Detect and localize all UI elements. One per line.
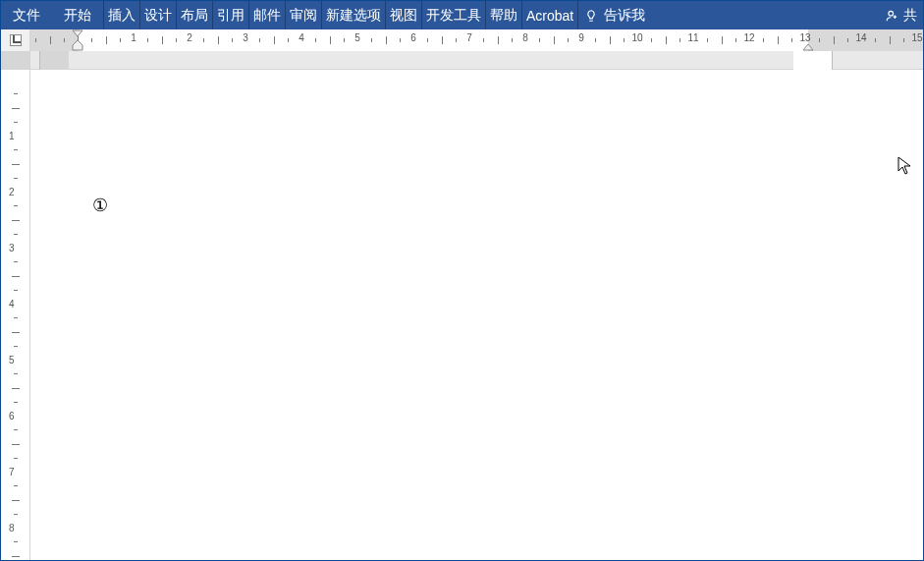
tab-acrobat[interactable]: Acrobat <box>522 1 578 29</box>
tab-start[interactable]: 开始 <box>52 1 104 29</box>
header-gap-corner <box>1 51 30 69</box>
lightbulb-icon <box>584 9 598 23</box>
tell-me-box[interactable]: 告诉我 <box>578 7 651 25</box>
tab-file[interactable]: 文件 <box>1 1 52 29</box>
tab-view[interactable]: 视图 <box>386 1 422 29</box>
vruler-number: 3 <box>9 243 15 253</box>
ruler-number: 2 <box>187 32 192 43</box>
tab-mailings[interactable]: 邮件 <box>249 1 286 29</box>
tell-me-label: 告诉我 <box>604 7 645 25</box>
tab-review[interactable]: 审阅 <box>286 1 322 29</box>
ruler-ticks: 123456789101112131415 <box>30 29 923 51</box>
share-label: 共 <box>903 7 917 25</box>
ruler-number: 14 <box>855 32 866 43</box>
vruler-number: 1 <box>9 131 15 141</box>
page-corner-top-right <box>793 51 833 70</box>
svg-marker-3 <box>803 44 813 50</box>
page-corner-top-left <box>39 51 69 70</box>
ruler-number: 13 <box>799 32 810 43</box>
tab-design[interactable]: 设计 <box>140 1 177 29</box>
horizontal-ruler-row: 123456789101112131415 <box>1 29 923 51</box>
ruler-number: 11 <box>687 32 698 43</box>
vruler-number: 6 <box>9 411 15 421</box>
ruler-number: 9 <box>578 32 584 43</box>
tab-help[interactable]: 帮助 <box>486 1 522 29</box>
tab-stop-icon <box>10 34 22 46</box>
first-line-indent-marker[interactable] <box>72 29 83 37</box>
vruler-number: 5 <box>9 355 15 365</box>
ruler-number: 5 <box>354 32 360 43</box>
ribbon-tabs: 文件 开始 插入 设计 布局 引用 邮件 审阅 新建选项 视图 开发工具 帮助 … <box>1 1 923 29</box>
right-indent-marker[interactable] <box>802 43 814 51</box>
ruler-number: 4 <box>299 32 304 43</box>
ruler-number: 3 <box>243 32 248 43</box>
vruler-number: 4 <box>9 299 15 309</box>
document-text[interactable]: ① <box>92 195 108 216</box>
tab-layout[interactable]: 布局 <box>177 1 213 29</box>
ruler-number: 7 <box>466 32 472 43</box>
app-window: 文件 开始 插入 设计 布局 引用 邮件 审阅 新建选项 视图 开发工具 帮助 … <box>0 0 924 561</box>
svg-point-0 <box>889 11 894 16</box>
tab-selector[interactable] <box>1 29 30 51</box>
ruler-number: 10 <box>631 32 642 43</box>
vertical-ruler[interactable]: 12345678 <box>1 70 30 560</box>
left-indent-marker[interactable] <box>72 39 83 51</box>
header-gap-area <box>30 51 923 69</box>
tab-new-option[interactable]: 新建选项 <box>322 1 386 29</box>
body-row: 12345678 ① <box>1 70 923 560</box>
share-button[interactable]: 共 <box>880 7 923 25</box>
horizontal-ruler[interactable]: 123456789101112131415 <box>30 29 923 51</box>
ruler-number: 12 <box>743 32 754 43</box>
ruler-number: 6 <box>410 32 416 43</box>
cursor-icon <box>897 156 913 176</box>
vruler-number: 7 <box>9 467 15 477</box>
page[interactable]: ① <box>39 70 833 560</box>
ruler-number: 1 <box>131 32 136 43</box>
vruler-number: 8 <box>9 523 15 533</box>
vruler-number: 2 <box>9 187 15 197</box>
svg-marker-2 <box>73 40 82 50</box>
vruler-ticks: 12345678 <box>1 70 29 560</box>
ruler-number: 8 <box>522 32 528 43</box>
tab-developer[interactable]: 开发工具 <box>422 1 486 29</box>
tab-references[interactable]: 引用 <box>213 1 249 29</box>
share-icon <box>886 9 899 23</box>
ruler-number: 15 <box>911 32 922 43</box>
document-area[interactable]: ① <box>30 70 923 560</box>
header-gap-row <box>1 51 923 70</box>
tab-insert[interactable]: 插入 <box>104 1 140 29</box>
svg-marker-1 <box>73 30 82 36</box>
